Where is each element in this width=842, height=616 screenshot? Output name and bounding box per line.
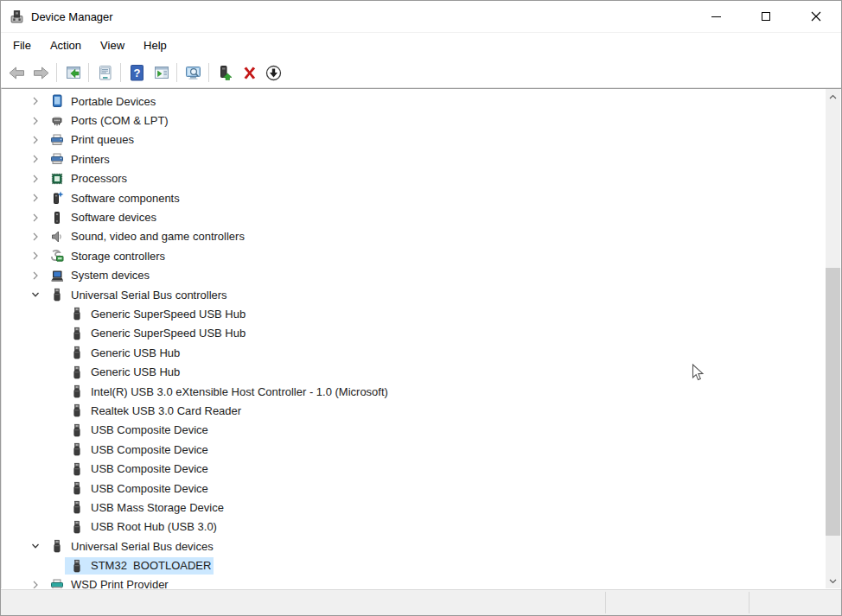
chevron-right-icon[interactable]	[26, 175, 45, 183]
close-button[interactable]	[791, 1, 841, 32]
caption-buttons	[691, 1, 841, 32]
tree-item[interactable]: Generic SuperSpeed USB Hub	[2, 324, 841, 343]
tree-item[interactable]: Generic USB Hub	[2, 343, 841, 362]
tree-item-content[interactable]: Universal Serial Bus controllers	[45, 286, 230, 303]
tree-item[interactable]: USB Mass Storage Device	[2, 498, 841, 517]
tree-item[interactable]: USB Composite Device	[2, 421, 841, 440]
tree-item[interactable]: USB Composite Device	[2, 440, 841, 459]
tree-item-label: Print queues	[71, 133, 134, 146]
tree-item[interactable]: USB Composite Device	[2, 479, 841, 498]
tree-item[interactable]: Software components	[2, 188, 841, 207]
tree-item[interactable]: Portable Devices	[2, 92, 841, 111]
chevron-down-icon	[829, 579, 837, 584]
chevron-right-icon[interactable]	[26, 97, 45, 105]
tree-item[interactable]: Printers	[2, 149, 841, 168]
help-button[interactable]: ?	[124, 60, 149, 85]
chevron-right-icon[interactable]	[26, 194, 45, 202]
tree-item-content[interactable]: USB Composite Device	[65, 441, 211, 458]
chevron-right-icon[interactable]	[26, 117, 45, 125]
tree-item-label: WSD Print Provider	[71, 578, 169, 588]
tree-item[interactable]: Intel(R) USB 3.0 eXtensible Host Control…	[2, 382, 841, 401]
chevron-right-icon[interactable]	[26, 271, 45, 280]
usb-icon	[70, 384, 84, 398]
tree-item-content[interactable]: USB Composite Device	[65, 460, 211, 478]
chevron-down-icon[interactable]	[26, 542, 45, 550]
tree-item-content[interactable]: USB Composite Device	[65, 479, 211, 497]
scroll-down-button[interactable]	[826, 574, 840, 588]
tree-item-selected-content[interactable]: STM32 BOOTLOADER	[65, 557, 214, 575]
tree-item[interactable]: STM32 BOOTLOADER	[2, 556, 841, 575]
scan-hardware-icon	[184, 64, 202, 82]
vertical-scrollbar[interactable]	[826, 89, 840, 588]
action-pane-button[interactable]	[149, 60, 173, 85]
scroll-up-button[interactable]	[826, 89, 840, 104]
tree-item-content[interactable]: Processors	[45, 170, 130, 187]
tree-item[interactable]: WSD Print Provider	[2, 575, 841, 588]
tree-item-content[interactable]: Portable Devices	[45, 92, 158, 110]
tree-item-content[interactable]: USB Root Hub (USB 3.0)	[65, 518, 220, 536]
action-pane-icon	[152, 64, 170, 82]
show-console-tree-button[interactable]	[61, 60, 85, 85]
tree-item-content[interactable]: USB Composite Device	[65, 422, 211, 439]
tree-item-content[interactable]: Generic SuperSpeed USB Hub	[65, 325, 248, 342]
tree-item[interactable]: Processors	[2, 169, 841, 188]
update-driver-button[interactable]	[213, 60, 237, 85]
scan-hardware-changes-button[interactable]	[181, 60, 205, 85]
tree-item-label: Universal Serial Bus controllers	[71, 289, 227, 302]
tree-item-content[interactable]: WSD Print Provider	[45, 576, 171, 588]
properties-button[interactable]	[92, 60, 117, 85]
tree-item[interactable]: Universal Serial Bus controllers	[2, 285, 841, 304]
scrollbar-thumb[interactable]	[826, 268, 840, 536]
tree-item[interactable]: Sound, video and game controllers	[2, 227, 841, 246]
chevron-down-icon[interactable]	[26, 290, 45, 299]
minimize-button[interactable]	[691, 1, 741, 32]
tree-item-content[interactable]: Print queues	[45, 131, 137, 149]
chevron-right-icon[interactable]	[26, 213, 45, 222]
chevron-right-icon[interactable]	[26, 232, 45, 241]
tree-item-content[interactable]: Intel(R) USB 3.0 eXtensible Host Control…	[65, 383, 391, 400]
menu-bar: FileActionViewHelp	[1, 32, 841, 58]
tree-item-content[interactable]: Generic USB Hub	[65, 364, 182, 381]
tree-item-content[interactable]: Generic SuperSpeed USB Hub	[65, 305, 248, 322]
tree-item[interactable]: System devices	[2, 266, 841, 285]
tree-item-content[interactable]: Universal Serial Bus devices	[45, 537, 216, 555]
tree-item-content[interactable]: Sound, video and game controllers	[45, 228, 247, 245]
tree-item[interactable]: Ports (COM & LPT)	[2, 111, 841, 130]
tree-item[interactable]: USB Composite Device	[2, 459, 841, 478]
tree-item-content[interactable]: Software components	[45, 189, 182, 206]
tree-item[interactable]: Realtek USB 3.0 Card Reader	[2, 401, 841, 420]
tree-item[interactable]: Universal Serial Bus devices	[2, 537, 841, 556]
maximize-button[interactable]	[741, 1, 791, 32]
usb-icon	[70, 327, 84, 340]
disable-device-button[interactable]	[261, 60, 285, 85]
tree-item-content[interactable]: Printers	[45, 150, 112, 168]
tree-item[interactable]: Storage controllers	[2, 246, 841, 265]
forward-button[interactable]	[29, 60, 53, 85]
chevron-right-icon[interactable]	[26, 581, 45, 588]
tree-item-content[interactable]: Ports (COM & LPT)	[45, 112, 171, 130]
chevron-right-icon[interactable]	[26, 155, 45, 163]
usb-icon	[50, 539, 64, 553]
chevron-right-icon[interactable]	[26, 251, 45, 260]
tree-item-label: Generic SuperSpeed USB Hub	[91, 308, 246, 321]
tree-item[interactable]: USB Root Hub (USB 3.0)	[2, 518, 841, 537]
tree-item-content[interactable]: System devices	[45, 267, 152, 284]
back-button[interactable]	[4, 60, 29, 85]
menu-help[interactable]: Help	[134, 35, 176, 55]
tree-item-content[interactable]: Software devices	[45, 209, 159, 226]
tree-item[interactable]: Print queues	[2, 130, 841, 149]
tree-item[interactable]: Generic USB Hub	[2, 362, 841, 381]
tree-item-content[interactable]: Realtek USB 3.0 Card Reader	[65, 402, 244, 419]
minimize-icon	[711, 16, 721, 17]
chevron-right-icon[interactable]	[26, 136, 45, 144]
tree-item[interactable]: Software devices	[2, 207, 841, 226]
tree-item-content[interactable]: USB Mass Storage Device	[65, 499, 226, 516]
tree-item-content[interactable]: Generic USB Hub	[65, 344, 182, 361]
uninstall-device-button[interactable]	[237, 60, 261, 85]
menu-view[interactable]: View	[91, 35, 134, 55]
tree-item-label: Software components	[71, 192, 180, 205]
tree-item[interactable]: Generic SuperSpeed USB Hub	[2, 304, 841, 323]
tree-item-content[interactable]: Storage controllers	[45, 247, 168, 264]
menu-file[interactable]: File	[3, 35, 41, 55]
menu-action[interactable]: Action	[41, 35, 91, 55]
